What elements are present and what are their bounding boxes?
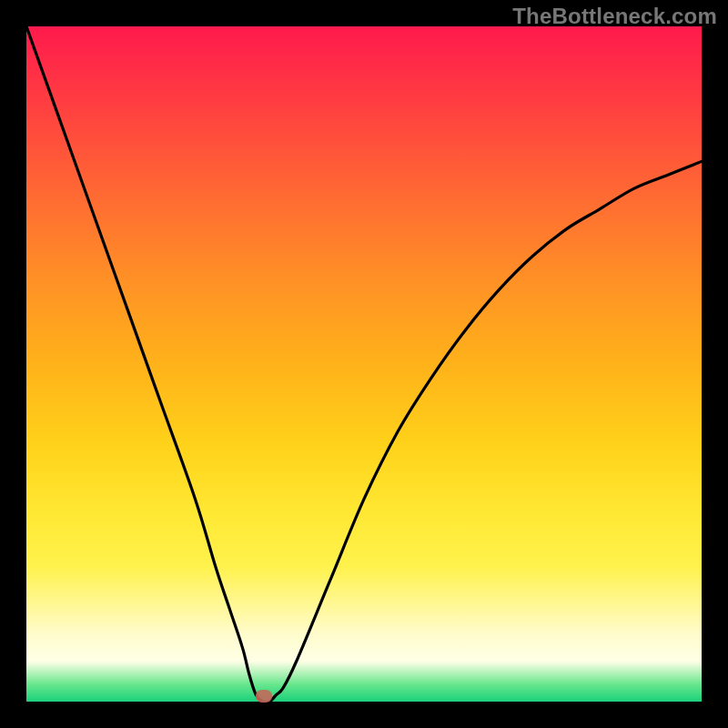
bottleneck-curve <box>26 26 702 702</box>
chart-frame: TheBottleneck.com <box>0 0 728 728</box>
bottleneck-curve-svg <box>26 26 702 702</box>
optimal-point-marker <box>256 690 272 703</box>
watermark-text: TheBottleneck.com <box>512 4 717 29</box>
plot-area <box>26 26 702 702</box>
